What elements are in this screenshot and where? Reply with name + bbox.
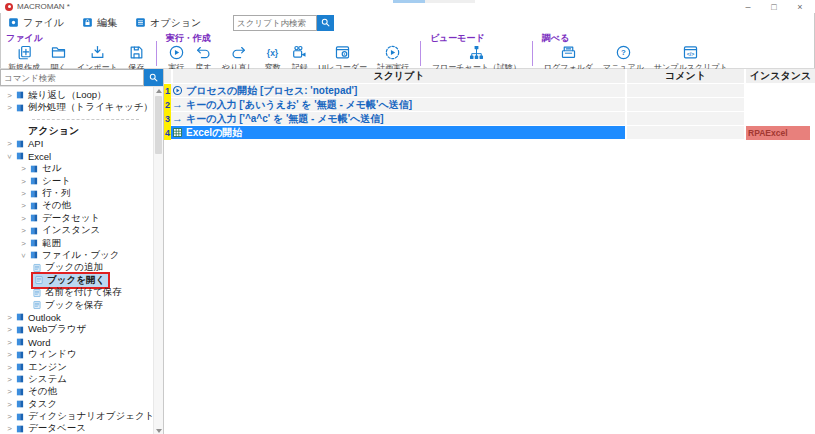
chevron-right-icon[interactable]: > bbox=[19, 201, 28, 210]
chevron-right-icon[interactable]: > bbox=[19, 177, 28, 186]
scroll-up-arrow-icon[interactable] bbox=[156, 89, 162, 93]
chevron-right-icon[interactable]: > bbox=[5, 375, 14, 384]
tree-item[interactable]: >システム bbox=[0, 373, 153, 385]
script-search-button[interactable] bbox=[317, 15, 334, 31]
tree-item[interactable]: >タスク bbox=[0, 398, 153, 410]
category-icon bbox=[29, 250, 39, 260]
tree-item[interactable]: >行・列 bbox=[0, 187, 153, 199]
script-row[interactable]: 2→キーの入力 ['あいうえお' を '無題 - メモ帳'へ送信] bbox=[164, 98, 815, 112]
chevron-down-icon[interactable]: > bbox=[19, 251, 28, 260]
chevron-right-icon[interactable]: > bbox=[5, 350, 14, 359]
tree-item[interactable]: >ディクショナリオブジェクト bbox=[0, 410, 153, 422]
menu-item-file[interactable]: ファイル bbox=[8, 16, 64, 30]
chevron-right-icon[interactable]: > bbox=[5, 412, 14, 421]
comment-cell[interactable] bbox=[627, 126, 746, 140]
menu-bar: ファイル編集オプション bbox=[0, 13, 815, 32]
chevron-right-icon[interactable]: > bbox=[5, 139, 14, 148]
close-button[interactable]: × bbox=[787, 0, 813, 13]
menu-item-label: オプション bbox=[150, 16, 201, 30]
menu-item-options[interactable]: オプション bbox=[135, 16, 201, 30]
minimize-button[interactable]: – bbox=[735, 0, 761, 13]
script-row[interactable]: 3→キーの入力 ['^a^c' を '無題 - メモ帳'へ送信] bbox=[164, 112, 815, 126]
chevron-down-icon[interactable]: > bbox=[5, 152, 14, 161]
script-cell[interactable]: →キーの入力 ['^a^c' を '無題 - メモ帳'へ送信] bbox=[171, 112, 627, 126]
script-cell[interactable]: →キーの入力 ['あいうえお' を '無題 - メモ帳'へ送信] bbox=[171, 98, 627, 112]
sample-script-icon: </> bbox=[682, 44, 699, 61]
script-text: Excelの開始 bbox=[186, 126, 242, 140]
comment-cell[interactable] bbox=[627, 98, 746, 112]
script-icon bbox=[32, 288, 42, 298]
script-cell[interactable]: Excelの開始 bbox=[171, 126, 627, 140]
chevron-right-icon[interactable]: > bbox=[19, 226, 28, 235]
tree-item[interactable]: >繰り返し（Loop） bbox=[0, 89, 153, 101]
tree-item[interactable]: >シート bbox=[0, 175, 153, 187]
comment-cell[interactable] bbox=[627, 84, 746, 98]
instance-cell[interactable] bbox=[746, 112, 815, 126]
script-row[interactable]: 1プロセスの開始 [プロセス: 'notepad'] bbox=[164, 84, 815, 98]
chevron-right-icon[interactable]: > bbox=[5, 313, 14, 322]
chevron-right-icon[interactable]: > bbox=[5, 103, 14, 112]
category-icon bbox=[15, 412, 25, 422]
toolbar-section-label: 調べる bbox=[542, 33, 733, 43]
tree-item[interactable]: 名前を付けて保存 bbox=[0, 286, 153, 298]
chevron-right-icon[interactable]: > bbox=[5, 325, 14, 334]
tree-item[interactable]: >セル bbox=[0, 163, 153, 175]
tree-item[interactable]: >例外処理（トライキャッチ） bbox=[0, 101, 153, 113]
tree-item[interactable]: >その他 bbox=[0, 200, 153, 212]
tree-item[interactable]: >Excel bbox=[0, 150, 153, 162]
tree-item[interactable]: >Outlook bbox=[0, 311, 153, 323]
command-search-input[interactable] bbox=[0, 69, 144, 86]
tree-item[interactable]: >その他 bbox=[0, 386, 153, 398]
chevron-right-icon[interactable]: > bbox=[19, 189, 28, 198]
instance-cell[interactable] bbox=[746, 84, 815, 98]
chevron-right-icon[interactable]: > bbox=[5, 424, 14, 433]
action-header: アクション bbox=[0, 124, 153, 138]
tree-item[interactable]: >Word bbox=[0, 336, 153, 348]
category-icon bbox=[15, 387, 25, 397]
tree-item[interactable]: ブックを開く bbox=[0, 274, 153, 286]
menu-item-edit[interactable]: 編集 bbox=[82, 16, 117, 30]
tree-item-label: API bbox=[28, 138, 43, 149]
scroll-thumb[interactable] bbox=[155, 96, 162, 154]
chevron-right-icon[interactable]: > bbox=[19, 164, 28, 173]
script-search-input[interactable] bbox=[233, 15, 317, 31]
script-icon bbox=[32, 300, 42, 310]
scroll-down-arrow-icon[interactable] bbox=[156, 429, 162, 433]
tree-item[interactable]: >API bbox=[0, 138, 153, 150]
script-empty-area[interactable] bbox=[164, 140, 815, 434]
toolbar-divider bbox=[420, 41, 421, 66]
window-controls: – □ × bbox=[735, 0, 813, 13]
category-icon bbox=[15, 337, 25, 347]
tree-item-label: ファイル・ブック bbox=[42, 249, 120, 262]
maximize-button[interactable]: □ bbox=[761, 0, 787, 13]
tree-item[interactable]: >Webブラウザ bbox=[0, 324, 153, 336]
tree-item[interactable]: >ウィンドウ bbox=[0, 348, 153, 360]
chevron-right-icon[interactable]: > bbox=[5, 338, 14, 347]
comment-cell[interactable] bbox=[627, 112, 746, 126]
category-icon bbox=[29, 238, 39, 248]
chevron-right-icon[interactable]: > bbox=[5, 363, 14, 372]
save-icon bbox=[128, 44, 145, 61]
chevron-right-icon[interactable]: > bbox=[5, 91, 14, 100]
instance-cell[interactable] bbox=[746, 98, 815, 112]
sidebar-scrollbar[interactable] bbox=[153, 87, 163, 434]
script-row[interactable]: 4Excelの開始RPAExcel bbox=[164, 126, 815, 140]
tree-item-label: シート bbox=[42, 175, 71, 188]
chevron-right-icon[interactable]: > bbox=[5, 387, 14, 396]
tree-item[interactable]: >ファイル・ブック bbox=[0, 249, 153, 261]
chevron-right-icon[interactable]: > bbox=[19, 214, 28, 223]
chevron-right-icon[interactable]: > bbox=[5, 400, 14, 409]
tree-item[interactable]: >インスタンス bbox=[0, 225, 153, 237]
chevron-right-icon[interactable]: > bbox=[19, 239, 28, 248]
category-icon bbox=[15, 374, 25, 384]
tree-divider bbox=[32, 119, 139, 120]
tree-item[interactable]: ブックを保存 bbox=[0, 299, 153, 311]
script-cell[interactable]: プロセスの開始 [プロセス: 'notepad'] bbox=[171, 84, 627, 98]
tree-item[interactable]: >データセット bbox=[0, 212, 153, 224]
tree-item[interactable]: >エンジン bbox=[0, 361, 153, 373]
instance-cell[interactable]: RPAExcel bbox=[746, 126, 815, 140]
toolbar: ファイル新規作成開くインポート保存実行・作成実行戻すやり直し{x}変数記録UIレ… bbox=[0, 32, 815, 69]
command-search-button[interactable] bbox=[144, 69, 163, 86]
tree-item[interactable]: >範囲 bbox=[0, 237, 153, 249]
tree-item[interactable]: >データベース bbox=[0, 423, 153, 434]
